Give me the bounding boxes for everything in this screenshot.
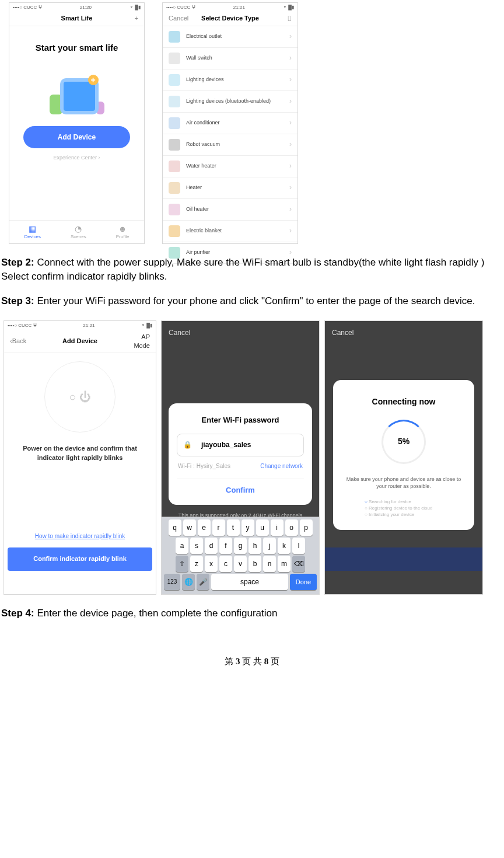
device-label: Air conditioner [186,119,289,127]
device-type-item[interactable]: Lighting devices› [163,69,298,91]
connecting-card: Connecting now 5% Make sure your phone a… [333,380,474,529]
device-type-item[interactable]: Oil heater› [163,199,298,221]
device-label: Heater [186,184,289,191]
device-label: Lighting devices (bluetooth-enabled) [186,97,289,105]
keyboard[interactable]: qwertyuiop asdfghjkl ⇧zxcvbnm⌫ 123🌐🎤spac… [162,517,319,594]
key-j[interactable]: j [263,538,276,554]
done-key[interactable]: Done [290,574,317,590]
device-icon [169,182,180,194]
device-icon [169,31,180,43]
confirm-indicator-button[interactable]: Confirm indicator rapidly blink [8,547,152,570]
space-key[interactable]: space [211,574,288,590]
backspace-key[interactable]: ⌫ [292,556,305,572]
tab-profile[interactable]: ☻Profile [116,224,130,240]
scan-icon[interactable]: ⌷ [268,14,292,23]
tab-devices[interactable]: ▦Devices [24,224,41,240]
key-f[interactable]: f [219,538,232,554]
key-q[interactable]: q [169,519,181,536]
power-on-instruction: Power on the device and confirm that ind… [4,444,156,462]
key-u[interactable]: u [256,519,269,536]
device-icon [169,117,180,129]
device-type-item[interactable]: Wall switch› [163,48,298,69]
shift-key[interactable]: ⇧ [176,556,188,572]
page-footer: 第 3 页 共 8 页 [0,655,504,668]
device-type-item[interactable]: Robot vacuum› [163,134,298,156]
key-l[interactable]: l [292,538,305,554]
cancel-button[interactable]: Cancel [162,321,319,345]
key-e[interactable]: e [198,519,211,536]
tab-scenes[interactable]: ◔Scenes [71,224,86,240]
device-label: Electrical outlet [186,33,289,40]
change-network-link[interactable]: Change network [260,462,303,470]
chevron-right-icon: › [289,75,292,85]
key-i[interactable]: i [271,519,284,536]
chevron-right-icon: › [289,118,292,128]
device-illustration [18,64,136,114]
chevron-right-icon: › [289,226,292,236]
screenshot-enter-wifi-password: Cancel Enter Wi-Fi password 🔒jiayouba_sa… [161,320,320,595]
chevron-right-icon: › [289,53,292,63]
cancel-button[interactable]: Cancel [325,321,482,345]
step-4-text: Step 4: Enter the device page, then comp… [1,606,503,620]
help-link[interactable]: How to make indicator rapidly blink [4,532,156,540]
key-w[interactable]: w [183,519,196,536]
device-type-list: Electrical outlet›Wall switch›Lighting d… [163,26,298,264]
key-k[interactable]: k [278,538,290,554]
key-b[interactable]: b [249,556,261,572]
device-type-item[interactable]: Lighting devices (bluetooth-enabled)› [163,91,298,113]
device-label: Water heater [186,162,289,170]
mic-key[interactable]: 🎤 [197,574,209,590]
key-t[interactable]: t [227,519,240,536]
numbers-key[interactable]: 123 [164,574,180,590]
key-p[interactable]: p [300,519,313,536]
key-s[interactable]: s [190,538,203,554]
key-a[interactable]: a [176,538,188,554]
key-n[interactable]: n [263,556,276,572]
wifi-password-card: Enter Wi-Fi password 🔒jiayouba_sales Wi-… [169,403,312,505]
device-icon [169,225,180,237]
key-x[interactable]: x [205,556,218,572]
device-type-item[interactable]: Electrical outlet› [163,26,298,48]
tab-bar: ▦Devices ◔Scenes ☻Profile [9,220,144,243]
device-label: Wall switch [186,54,289,62]
power-indicator-illustration: ○ ⏻ [44,361,116,433]
key-r[interactable]: r [212,519,225,536]
device-label: Electric blanket [186,227,289,235]
cancel-button[interactable]: Cancel [169,14,192,23]
device-icon [169,53,180,64]
screenshot-add-device: ••••○ CUCC ⵖ21:21⚬ █▮ ‹BackAdd DeviceAP … [4,320,156,595]
banner-text: Start your smart life [18,41,136,54]
key-c[interactable]: c [219,556,232,572]
add-icon[interactable]: + [115,14,138,23]
key-h[interactable]: h [249,538,261,554]
key-y[interactable]: y [242,519,254,536]
confirm-button[interactable]: Confirm [177,479,304,496]
step-3-text: Step 3: Enter your WiFi password for you… [1,294,503,308]
key-g[interactable]: g [234,538,247,554]
chevron-right-icon: › [289,204,292,214]
experience-center-link[interactable]: Experience Center › [18,154,136,162]
chevron-right-icon: › [289,161,292,171]
key-d[interactable]: d [205,538,218,554]
progress-ring: 5% [382,420,426,464]
device-icon [169,204,180,215]
key-v[interactable]: v [234,556,247,572]
device-type-item[interactable]: Heater› [163,177,298,199]
progress-steps: Searching for device Registering device … [341,498,466,518]
ap-mode-link[interactable]: AP Mode [127,333,150,351]
device-label: Lighting devices [186,76,289,83]
device-icon [169,161,180,172]
device-type-item[interactable]: Air conditioner› [163,113,298,134]
add-device-button[interactable]: Add Device [23,126,130,149]
back-button[interactable]: ‹Back [10,337,33,346]
screenshot-connecting: Cancel Connecting now 5% Make sure your … [324,320,483,595]
wifi-password-input[interactable]: 🔒jiayouba_sales [177,434,304,456]
key-o[interactable]: o [285,519,298,536]
device-type-item[interactable]: Water heater› [163,156,298,177]
globe-key[interactable]: 🌐 [182,574,195,590]
device-type-item[interactable]: Electric blanket› [163,221,298,242]
key-m[interactable]: m [278,556,290,572]
chevron-right-icon: › [289,96,292,106]
hidden-action-bar[interactable] [325,547,482,571]
key-z[interactable]: z [190,556,203,572]
